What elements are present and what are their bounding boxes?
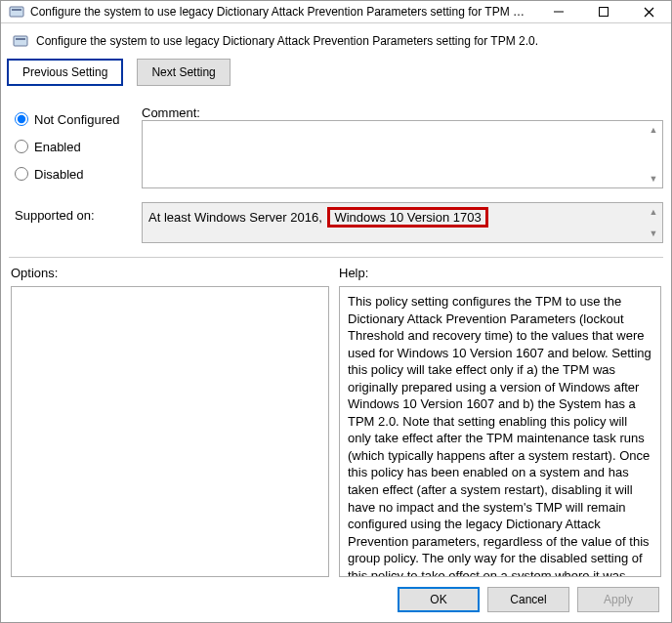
svg-rect-1 <box>12 9 21 11</box>
radio-not-configured-input[interactable] <box>15 112 28 126</box>
minimize-button[interactable] <box>536 1 581 22</box>
apply-button: Apply <box>577 587 659 612</box>
radio-not-configured[interactable]: Not Configured <box>15 105 132 133</box>
help-text-box[interactable]: This policy setting configures the TPM t… <box>339 286 661 577</box>
radio-disabled-input[interactable] <box>15 167 28 181</box>
radio-label: Not Configured <box>34 112 119 127</box>
options-box <box>11 286 329 577</box>
help-label: Help: <box>339 266 661 280</box>
help-text: This policy setting configures the TPM t… <box>348 294 651 577</box>
ok-button[interactable]: OK <box>398 587 480 612</box>
supported-highlight: Windows 10 Version 1703 <box>327 207 487 228</box>
radio-enabled[interactable]: Enabled <box>15 133 132 160</box>
maximize-button[interactable] <box>581 1 626 22</box>
svg-rect-6 <box>14 36 27 46</box>
comment-textarea[interactable]: ▲ ▼ <box>142 120 663 188</box>
scroll-down-icon[interactable]: ▼ <box>646 226 661 241</box>
supported-on-box: At least Windows Server 2016, Windows 10… <box>142 202 663 243</box>
svg-rect-0 <box>10 7 23 17</box>
svg-rect-7 <box>16 38 25 40</box>
previous-setting-button[interactable]: Previous Setting <box>7 59 123 86</box>
svg-rect-3 <box>600 8 609 17</box>
scroll-down-icon[interactable]: ▼ <box>646 171 661 187</box>
radio-label: Disabled <box>34 167 84 182</box>
scroll-up-icon[interactable]: ▲ <box>646 122 661 138</box>
close-button[interactable] <box>626 1 671 22</box>
options-label: Options: <box>11 266 329 280</box>
policy-icon <box>9 4 24 20</box>
subtitle-text: Configure the system to use legacy Dicti… <box>36 34 538 48</box>
policy-icon <box>13 33 28 49</box>
supported-prefix: At least Windows Server 2016, <box>148 210 322 225</box>
scroll-up-icon[interactable]: ▲ <box>646 204 661 220</box>
comment-label: Comment: <box>142 100 663 120</box>
separator <box>9 257 663 258</box>
radio-label: Enabled <box>34 140 81 154</box>
next-setting-button[interactable]: Next Setting <box>137 59 230 86</box>
radio-disabled[interactable]: Disabled <box>15 160 132 187</box>
radio-enabled-input[interactable] <box>15 140 28 153</box>
title-bar: Configure the system to use legacy Dicti… <box>1 1 671 23</box>
supported-on-label: Supported on: <box>15 202 142 243</box>
window-title: Configure the system to use legacy Dicti… <box>30 5 536 19</box>
cancel-button[interactable]: Cancel <box>487 587 569 612</box>
subtitle-row: Configure the system to use legacy Dicti… <box>1 23 671 55</box>
